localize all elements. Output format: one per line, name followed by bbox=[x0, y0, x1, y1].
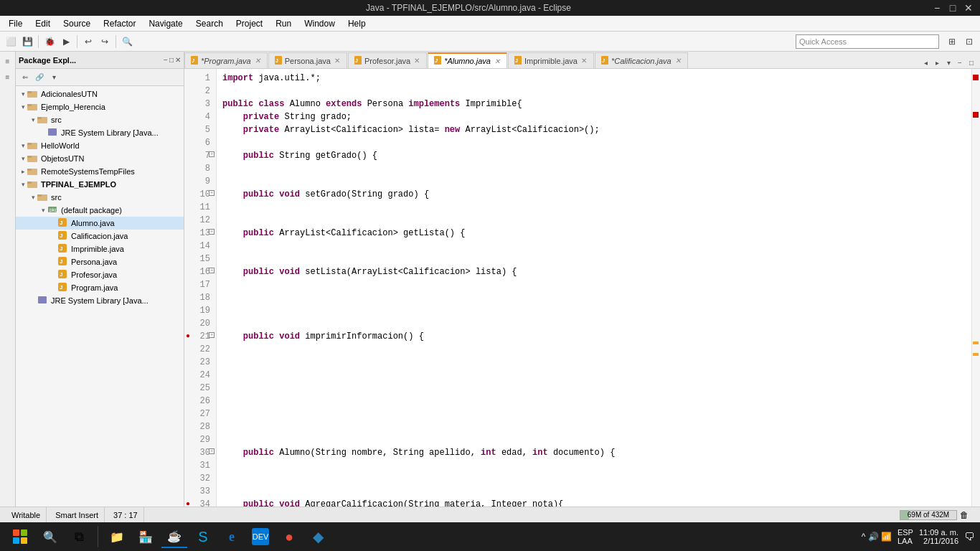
tree-item-16[interactable]: JRE System Library [Java... bbox=[16, 294, 184, 307]
code-expander-7[interactable]: + bbox=[209, 151, 215, 157]
tree-item-13[interactable]: JPersona.java bbox=[16, 255, 184, 268]
redo-button[interactable]: ↪ bbox=[97, 34, 113, 50]
editor-tab-4[interactable]: JImprimible.java✕ bbox=[508, 52, 594, 68]
sidebar-minimize-btn[interactable]: − bbox=[164, 56, 168, 64]
menu-item-search[interactable]: Search bbox=[190, 17, 229, 30]
new-button[interactable]: ⬜ bbox=[3, 34, 19, 50]
tree-item-0[interactable]: ▾AdicionalesUTN bbox=[16, 88, 184, 100]
toolbar-separator-2 bbox=[77, 35, 77, 48]
taskbar-clock[interactable]: 11:09 a. m. 2/11/2016 bbox=[919, 528, 958, 545]
tree-item-7[interactable]: ▾TPFINAL_EJEMPLO bbox=[16, 178, 184, 191]
tree-item-12[interactable]: JImprimible.java bbox=[16, 242, 184, 255]
quick-access-input[interactable]: Quick Access bbox=[796, 34, 939, 49]
tree-item-3[interactable]: JRE System Library [Java... bbox=[16, 126, 184, 139]
svg-text:J: J bbox=[275, 58, 278, 63]
code-expander-21[interactable]: + bbox=[209, 332, 215, 338]
debug-button[interactable]: 🐞 bbox=[42, 34, 57, 50]
menu-item-edit[interactable]: Edit bbox=[29, 17, 56, 30]
menu-item-window[interactable]: Window bbox=[298, 17, 341, 30]
tab-scroll-left[interactable]: ◂ bbox=[920, 57, 931, 68]
code-token bbox=[222, 330, 243, 343]
editor-tab-1[interactable]: JPersona.java✕ bbox=[268, 52, 347, 68]
notification-icon[interactable]: 🗨 bbox=[964, 531, 974, 542]
tree-item-14[interactable]: JProfesor.java bbox=[16, 268, 184, 281]
tab-close-2[interactable]: ✕ bbox=[413, 57, 420, 65]
tab-minimize-btn[interactable]: − bbox=[954, 57, 966, 68]
link-with-editor-btn[interactable]: 🔗 bbox=[33, 71, 46, 84]
tab-close-5[interactable]: ✕ bbox=[674, 57, 682, 65]
sidebar-view-menu-btn[interactable]: ▾ bbox=[47, 71, 60, 84]
editor-tab-2[interactable]: JProfesor.java✕ bbox=[348, 52, 427, 68]
tab-maximize-btn[interactable]: □ bbox=[966, 57, 977, 68]
collapse-all-btn[interactable]: ⇐ bbox=[19, 71, 32, 84]
tree-item-5[interactable]: ▾ObjetosUTN bbox=[16, 152, 184, 165]
menu-item-help[interactable]: Help bbox=[342, 17, 372, 30]
edge-btn[interactable]: e bbox=[219, 525, 245, 548]
task-view-btn[interactable]: ⧉ bbox=[66, 525, 92, 548]
skype-btn[interactable]: S bbox=[190, 525, 216, 548]
start-button[interactable] bbox=[6, 522, 34, 551]
tree-label-14: Profesor.java bbox=[71, 270, 117, 279]
tab-scroll-right[interactable]: ▸ bbox=[931, 57, 943, 68]
tree-item-4[interactable]: ▾HelloWorld bbox=[16, 139, 184, 152]
perspective-btn[interactable]: ⊞ bbox=[944, 34, 960, 50]
tab-close-4[interactable]: ✕ bbox=[580, 57, 588, 65]
store-btn[interactable]: 🏪 bbox=[133, 525, 159, 548]
code-line-28 bbox=[222, 420, 966, 433]
maximize-button[interactable]: □ bbox=[947, 2, 958, 14]
tree-item-1[interactable]: ▾Ejemplo_Herencia bbox=[16, 100, 184, 113]
tree-item-2[interactable]: ▾src bbox=[16, 113, 184, 126]
editor-tab-0[interactable]: J*Program.java✕ bbox=[184, 52, 268, 68]
line-num-2: 2 bbox=[184, 85, 216, 98]
tree-item-8[interactable]: ▾src bbox=[16, 191, 184, 204]
tab-close-1[interactable]: ✕ bbox=[334, 57, 341, 65]
editor-tab-3[interactable]: J*Alumno.java✕ bbox=[428, 52, 507, 68]
panel-icon-1[interactable]: ≡ bbox=[1, 55, 14, 67]
menu-item-source[interactable]: Source bbox=[57, 17, 96, 30]
code-expander-16[interactable]: + bbox=[209, 268, 215, 273]
code-token: Alumno(String nombre, String apellido, bbox=[274, 446, 481, 459]
eclipse-btn[interactable]: ☕ bbox=[161, 525, 187, 548]
menu-item-refactor[interactable]: Refactor bbox=[98, 17, 141, 30]
gc-icon[interactable]: 🗑 bbox=[960, 510, 969, 520]
sidebar-maximize-btn[interactable]: □ bbox=[169, 56, 174, 64]
menu-item-project[interactable]: Project bbox=[230, 17, 268, 30]
code-expander-13[interactable]: + bbox=[209, 229, 215, 235]
search-taskbar-btn[interactable]: 🔍 bbox=[37, 525, 63, 548]
minimize-button[interactable]: − bbox=[931, 2, 943, 14]
keyword-token: void bbox=[279, 498, 300, 507]
app2-btn[interactable]: ● bbox=[276, 525, 302, 548]
tab-close-3[interactable]: ✕ bbox=[494, 57, 501, 65]
tree-item-9[interactable]: ▾pkg(default package) bbox=[16, 204, 184, 217]
undo-button[interactable]: ↩ bbox=[80, 34, 96, 50]
code-expander-30[interactable]: + bbox=[209, 448, 215, 454]
menu-item-navigate[interactable]: Navigate bbox=[143, 17, 188, 30]
tree-icon-12: J bbox=[57, 243, 69, 255]
menu-item-run[interactable]: Run bbox=[270, 17, 297, 30]
code-expander-10[interactable]: + bbox=[209, 190, 215, 196]
svg-text:J: J bbox=[60, 232, 62, 239]
panel-icon-2[interactable]: ≡ bbox=[1, 70, 14, 83]
tree-item-10[interactable]: JAlumno.java bbox=[16, 217, 184, 230]
tab-icon-0: J bbox=[191, 56, 198, 66]
status-position: 37 : 17 bbox=[108, 507, 144, 522]
code-line-34: public void AgregarCalificacion(String m… bbox=[222, 498, 966, 507]
save-button[interactable]: 💾 bbox=[19, 34, 35, 50]
view-btn[interactable]: ⊡ bbox=[961, 34, 977, 50]
app3-btn[interactable]: ◆ bbox=[305, 525, 331, 548]
tree-item-6[interactable]: ▸RemoteSystemsTempFiles bbox=[16, 165, 184, 178]
sidebar-close-btn[interactable]: ✕ bbox=[175, 56, 181, 64]
app3-icon: ◆ bbox=[309, 528, 326, 545]
tab-close-0[interactable]: ✕ bbox=[254, 57, 261, 65]
menu-item-file[interactable]: File bbox=[3, 17, 28, 30]
editor-tab-5[interactable]: J*Calificacion.java✕ bbox=[595, 52, 688, 68]
tab-list-btn[interactable]: ▾ bbox=[943, 57, 954, 68]
code-editor[interactable]: import java.util.*; public class Alumno … bbox=[217, 69, 971, 507]
tree-item-15[interactable]: JProgram.java bbox=[16, 281, 184, 294]
run-button[interactable]: ▶ bbox=[58, 34, 74, 50]
file-explorer-btn[interactable]: 📁 bbox=[104, 525, 130, 548]
tree-item-11[interactable]: JCalificacion.java bbox=[16, 230, 184, 242]
close-button[interactable]: ✕ bbox=[963, 2, 974, 14]
search-button[interactable]: 🔍 bbox=[119, 34, 135, 50]
dev-btn[interactable]: DEV bbox=[248, 525, 273, 548]
